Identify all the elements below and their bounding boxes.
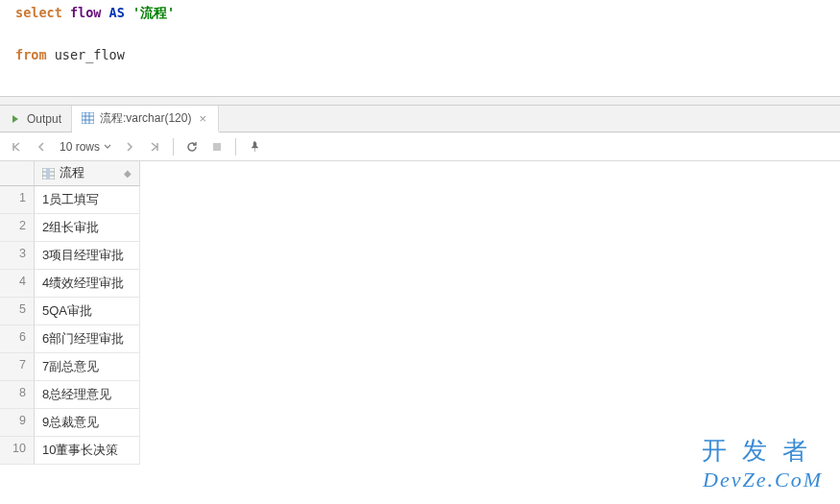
row-number: 2: [0, 214, 35, 242]
tab-output[interactable]: Output: [0, 106, 72, 132]
prev-page-button[interactable]: [31, 136, 52, 157]
reload-button[interactable]: [181, 136, 203, 157]
watermark-line2: DevZe.CoM: [702, 468, 823, 492]
column-header[interactable]: 流程 ◆: [35, 161, 140, 186]
table-row[interactable]: 88总经理意见: [0, 381, 840, 409]
sql-blank-line: [6, 23, 840, 44]
cell[interactable]: 1员工填写: [35, 186, 140, 214]
chevron-down-icon: [104, 143, 111, 151]
cell[interactable]: 10董事长决策: [35, 437, 140, 465]
sql-line-2: from user_flow: [6, 44, 840, 65]
row-number: 5: [0, 298, 35, 325]
cell[interactable]: 6部门经理审批: [35, 325, 140, 353]
svg-rect-9: [46, 168, 50, 180]
sort-icon[interactable]: ◆: [124, 168, 132, 179]
column-icon: [42, 168, 55, 180]
table-row[interactable]: 11员工填写: [0, 186, 840, 214]
table-row[interactable]: 33项目经理审批: [0, 242, 840, 270]
row-number: 10: [0, 437, 35, 465]
sql-editor[interactable]: select flow AS '流程' from user_flow: [0, 0, 840, 96]
cell[interactable]: 2组长审批: [35, 214, 140, 242]
cell[interactable]: 9总裁意见: [35, 409, 140, 437]
cell[interactable]: 8总经理意见: [35, 381, 140, 409]
rownum-header[interactable]: [0, 161, 35, 186]
table-row[interactable]: 44绩效经理审批: [0, 270, 840, 298]
result-toolbar: 10 rows: [0, 132, 840, 161]
toolbar-separator: [173, 138, 174, 156]
row-number: 9: [0, 409, 35, 437]
table-row[interactable]: 55QA审批: [0, 298, 840, 325]
table-row[interactable]: 66部门经理审批: [0, 325, 840, 353]
table-row[interactable]: 77副总意见: [0, 353, 840, 381]
row-number: 6: [0, 325, 35, 353]
row-number: 3: [0, 242, 35, 270]
close-icon[interactable]: ×: [197, 111, 208, 126]
play-icon: [10, 113, 21, 125]
stop-button[interactable]: [206, 136, 228, 157]
rows-label: 10 rows: [60, 140, 100, 154]
table-row[interactable]: 1010董事长决策: [0, 437, 840, 465]
last-page-button[interactable]: [144, 136, 165, 157]
cell[interactable]: 7副总意见: [35, 353, 140, 381]
row-number: 1: [0, 186, 35, 214]
cell[interactable]: 5QA审批: [35, 298, 140, 325]
tab-result-label: 流程:varchar(120): [100, 110, 191, 127]
result-tabs: Output 流程:varchar(120) ×: [0, 106, 840, 132]
svg-rect-5: [213, 143, 221, 151]
sql-line-1: select flow AS '流程': [6, 2, 840, 23]
rows-dropdown[interactable]: 10 rows: [56, 140, 115, 154]
tab-output-label: Output: [27, 112, 61, 126]
pane-separator[interactable]: [0, 96, 840, 106]
column-header-label: 流程: [60, 165, 84, 181]
table-row[interactable]: 22组长审批: [0, 214, 840, 242]
table-row[interactable]: 99总裁意见: [0, 409, 840, 437]
cell[interactable]: 4绩效经理审批: [35, 270, 140, 298]
row-number: 7: [0, 353, 35, 381]
cell[interactable]: 3项目经理审批: [35, 242, 140, 270]
result-grid: 流程 ◆ 11员工填写22组长审批33项目经理审批44绩效经理审批55QA审批6…: [0, 161, 840, 465]
grid-body: 11员工填写22组长审批33项目经理审批44绩效经理审批55QA审批66部门经理…: [0, 186, 840, 465]
next-page-button[interactable]: [119, 136, 140, 157]
grid-header-row: 流程 ◆: [0, 161, 840, 186]
tab-result[interactable]: 流程:varchar(120) ×: [72, 106, 219, 132]
first-page-button[interactable]: [6, 136, 27, 157]
pin-button[interactable]: [244, 136, 265, 157]
row-number: 8: [0, 381, 35, 409]
row-number: 4: [0, 270, 35, 298]
table-icon: [82, 112, 94, 124]
toolbar-separator: [235, 138, 236, 156]
svg-rect-0: [82, 112, 94, 124]
